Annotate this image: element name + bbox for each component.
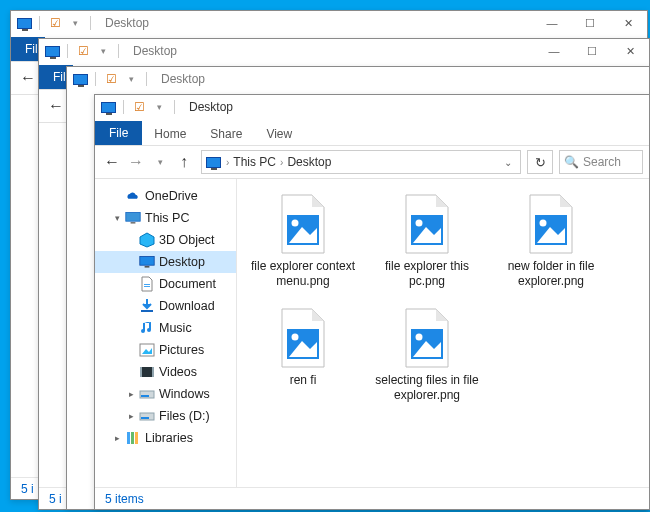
file-item[interactable]: ren fi xyxy=(247,307,359,403)
twisty-icon[interactable]: ▾ xyxy=(113,213,121,223)
tree-item-label: Files (D:) xyxy=(159,409,210,423)
titlebar[interactable]: ☑ ▾ Desktop xyxy=(95,95,649,119)
titlebar[interactable]: ☑ ▾ Desktop — ☐ ✕ xyxy=(11,11,647,35)
disk-icon xyxy=(139,408,155,424)
refresh-button[interactable]: ↻ xyxy=(527,150,553,174)
back-button[interactable]: ← xyxy=(17,67,39,89)
search-icon: 🔍 xyxy=(564,155,579,169)
chevron-right-icon[interactable]: › xyxy=(276,157,287,168)
image-file-icon xyxy=(396,193,458,255)
back-button[interactable]: ← xyxy=(45,95,67,117)
tree-item-download[interactable]: Download xyxy=(95,295,236,317)
address-bar[interactable]: › This PC › Desktop ⌄ xyxy=(201,150,521,174)
minimize-button[interactable]: — xyxy=(535,39,573,63)
tree-item-files-d-[interactable]: ▸Files (D:) xyxy=(95,405,236,427)
tree-item-label: Videos xyxy=(159,365,197,379)
downloads-icon xyxy=(139,298,155,314)
minimize-button[interactable]: — xyxy=(533,11,571,35)
file-name-label: file explorer context menu.png xyxy=(249,259,357,289)
properties-icon[interactable]: ☑ xyxy=(102,70,120,88)
titlebar[interactable]: ☑ ▾ Desktop — ☐ ✕ xyxy=(39,39,649,63)
back-button[interactable]: ← xyxy=(101,151,123,173)
qat-dropdown-icon[interactable]: ▾ xyxy=(94,42,112,60)
tree-item-libraries[interactable]: ▸Libraries xyxy=(95,427,236,449)
file-explorer-window: ☑ ▾ Desktop File Home Share View ← → ▾ ↑… xyxy=(94,94,650,510)
tab-home[interactable]: Home xyxy=(142,123,198,145)
twisty-icon[interactable]: ▸ xyxy=(127,411,135,421)
tab-view[interactable]: View xyxy=(254,123,304,145)
svg-rect-10 xyxy=(152,367,154,377)
file-item[interactable]: file explorer this pc.png xyxy=(371,193,483,289)
maximize-button[interactable]: ☐ xyxy=(573,39,611,63)
search-input[interactable]: 🔍 Search xyxy=(559,150,643,174)
close-button[interactable]: ✕ xyxy=(611,39,649,63)
tree-item-this-pc[interactable]: ▾This PC xyxy=(95,207,236,229)
svg-point-22 xyxy=(416,220,423,227)
window-title: Desktop xyxy=(105,16,149,30)
tree-item-label: Download xyxy=(159,299,215,313)
qat-dropdown-icon[interactable]: ▾ xyxy=(122,70,140,88)
documents-icon xyxy=(139,276,155,292)
navigation-pane[interactable]: OneDrive▾This PC3D ObjectDesktopDocument… xyxy=(95,179,237,487)
properties-icon[interactable]: ☑ xyxy=(46,14,64,32)
tree-item-pictures[interactable]: Pictures xyxy=(95,339,236,361)
file-item[interactable]: new folder in file explorer.png xyxy=(495,193,607,289)
breadcrumb-this-pc[interactable]: This PC xyxy=(233,155,276,169)
svg-rect-3 xyxy=(140,256,154,265)
qat-dropdown-icon[interactable]: ▾ xyxy=(66,14,84,32)
twisty-icon[interactable]: ▸ xyxy=(113,433,121,443)
svg-point-19 xyxy=(292,220,299,227)
status-text: 5 items xyxy=(105,492,144,506)
file-tab[interactable]: File xyxy=(95,121,142,145)
file-item[interactable]: selecting files in file explorer.png xyxy=(371,307,483,403)
image-file-icon xyxy=(520,193,582,255)
explorer-icon xyxy=(71,70,89,88)
music-icon xyxy=(139,320,155,336)
file-name-label: selecting files in file explorer.png xyxy=(373,373,481,403)
maximize-button[interactable]: ☐ xyxy=(571,11,609,35)
up-button[interactable]: ↑ xyxy=(173,151,195,173)
tree-item-desktop[interactable]: Desktop xyxy=(95,251,236,273)
properties-icon[interactable]: ☑ xyxy=(74,42,92,60)
svg-point-31 xyxy=(416,334,423,341)
forward-button[interactable]: → xyxy=(125,151,147,173)
titlebar[interactable]: ☑ ▾ Desktop xyxy=(67,67,649,91)
desktop-icon xyxy=(139,254,155,270)
tree-item-onedrive[interactable]: OneDrive xyxy=(95,185,236,207)
content-pane[interactable]: file explorer context menu.pngfile explo… xyxy=(237,179,649,487)
pictures-icon xyxy=(139,342,155,358)
breadcrumb-desktop[interactable]: Desktop xyxy=(287,155,331,169)
svg-rect-16 xyxy=(131,432,134,444)
tree-item-document[interactable]: Document xyxy=(95,273,236,295)
close-button[interactable]: ✕ xyxy=(609,11,647,35)
window-title: Desktop xyxy=(161,72,205,86)
chevron-right-icon[interactable]: › xyxy=(222,157,233,168)
file-name-label: file explorer this pc.png xyxy=(373,259,481,289)
address-dropdown-icon[interactable]: ⌄ xyxy=(498,157,518,168)
recent-locations-button[interactable]: ▾ xyxy=(149,151,171,173)
svg-rect-14 xyxy=(141,417,149,419)
tree-item-music[interactable]: Music xyxy=(95,317,236,339)
svg-rect-1 xyxy=(131,222,136,224)
twisty-icon[interactable]: ▸ xyxy=(127,389,135,399)
window-title: Desktop xyxy=(133,44,177,58)
svg-point-25 xyxy=(540,220,547,227)
svg-point-28 xyxy=(292,334,299,341)
tree-item-label: Windows xyxy=(159,387,210,401)
tree-item-3d-object[interactable]: 3D Object xyxy=(95,229,236,251)
explorer-icon xyxy=(15,14,33,32)
location-icon xyxy=(204,153,222,171)
file-item[interactable]: file explorer context menu.png xyxy=(247,193,359,289)
svg-rect-15 xyxy=(127,432,130,444)
tree-item-videos[interactable]: Videos xyxy=(95,361,236,383)
tab-share[interactable]: Share xyxy=(198,123,254,145)
svg-marker-2 xyxy=(140,233,154,247)
ribbon-tabs: File Home Share View xyxy=(95,119,649,145)
qat-dropdown-icon[interactable]: ▾ xyxy=(150,98,168,116)
svg-rect-9 xyxy=(140,367,142,377)
svg-rect-17 xyxy=(135,432,138,444)
onedrive-icon xyxy=(125,188,141,204)
tree-item-windows[interactable]: ▸Windows xyxy=(95,383,236,405)
properties-icon[interactable]: ☑ xyxy=(130,98,148,116)
file-name-label: new folder in file explorer.png xyxy=(497,259,605,289)
